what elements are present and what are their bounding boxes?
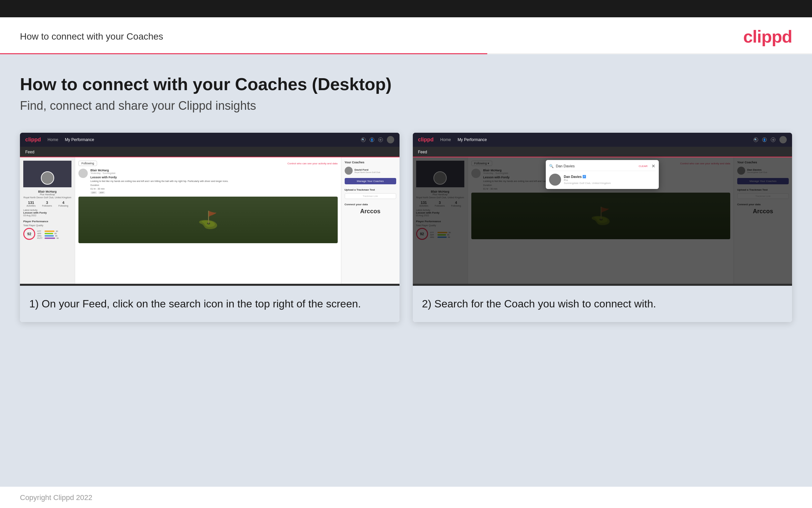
coach-name-1: David Ford [355,168,380,171]
profile-club: Royal North Devon Golf Club, United King… [23,196,71,199]
verified-badge: ✓ [583,175,586,178]
mock-nav-1: clippd Home My Performance 🔍 👤 ⚙ [20,133,399,147]
page-title: How to connect with your Coaches [20,31,163,42]
following-row: Following Control who can see your activ… [79,161,338,166]
search-close-icon[interactable]: ✕ [652,163,656,169]
connect-section: Connect your data Arccos [345,203,396,215]
trackman-section: Upload a Trackman Test Trackman Link [345,188,396,199]
header: How to connect with your Coaches clippd [0,17,812,53]
duration: Duration [90,184,338,186]
footer: Copyright Clippd 2022 [0,487,812,508]
duration-value: 01 hr : 30 min [90,187,338,190]
trackman-title: Upload a Trackman Test [345,188,396,191]
mock-coaches-panel-1: Your Coaches David Ford Royal North Devo… [341,157,399,284]
stat-bars: OTT 90 APP 85 [37,230,59,240]
result-name-row: Dan Davies ✓ [564,175,611,179]
step-2-text: 2) Search for the Coach you wish to conn… [422,296,783,311]
result-club: Sunningdale Golf Club, United Kingdom [564,182,611,185]
tag-app: APP [98,191,105,194]
mock-nav-logo-1: clippd [25,137,41,143]
mock-nav-icons-2: 🔍 👤 ⚙ [754,136,787,143]
result-badge: Pro [564,179,611,182]
mock-nav-icons: 🔍 👤 ⚙ [361,136,394,143]
mock-app-2: clippd Home My Performance 🔍 👤 ⚙ [413,133,793,286]
top-bar [0,0,812,17]
page-heading: How to connect with your Coaches (Deskto… [20,74,792,94]
post-content: Blair McHarg Yesterday · Sunningdale Les… [90,169,338,194]
arccos-logo: Arccos [345,208,396,215]
total-quality-label: Total Player Quality [23,224,71,226]
screenshots-row: clippd Home My Performance 🔍 👤 ⚙ [20,133,792,322]
post-text: Looking to feel like my hands are exitin… [90,180,338,183]
mock-app-1: clippd Home My Performance 🔍 👤 ⚙ [20,133,399,286]
followers-label: Followers [42,205,52,207]
search-icon: 🔍 [549,164,554,168]
mock-app-body-1: Blair McHarg Plus Handicap Royal North D… [20,157,399,284]
following-label: Following [58,205,68,207]
profile-stats: 131 Activities 3 Followers 4 Following [23,201,71,207]
mock-app-body-2-wrapper: Blair McHarg Plus Handicap Royal North D… [413,157,793,284]
search-input-row: 🔍 Dan Davies CLEAR ✕ [549,163,656,171]
mock-feed-panel-1: Following Control who can see your activ… [75,157,341,284]
stat-followers: 3 Followers [42,201,52,207]
tag-off: OFF [90,191,97,194]
post-sub: Yesterday · Sunningdale [90,172,338,174]
player-perf: Player Performance Total Player Quality … [23,220,71,242]
search-query: Dan Davies [556,164,636,168]
manage-coaches-btn-1[interactable]: Manage Your Coaches [345,178,396,184]
mock-nav-logo-2: clippd [418,137,434,143]
coach-avatar-1 [345,167,353,175]
post-image: ⛳ [79,197,338,243]
coach-club-1: Royal North Devon Golf Club [355,171,380,173]
post-avatar [79,169,88,178]
stat-following: 4 Following [58,201,68,207]
lesson-title: Lesson with Fordy [90,176,338,179]
search-box: 🔍 Dan Davies CLEAR ✕ Dan Davies ✓ [546,160,659,189]
connect-title: Connect your data [345,203,396,206]
coach-item-1: David Ford Royal North Devon Golf Club [345,167,396,175]
coaches-title-1: Your Coaches [345,161,396,164]
stat-activities: 131 Activities [27,201,36,207]
mock-nav-home: Home [48,137,58,142]
following-button[interactable]: Following [79,161,97,166]
screenshot-1-desc: 1) On your Feed, click on the search ico… [20,286,399,322]
post-tags: OFF APP [90,191,338,194]
mock-profile-panel: Blair McHarg Plus Handicap Royal North D… [20,157,75,284]
footer-text: Copyright Clippd 2022 [20,493,92,502]
mock-feed-tab: Feed [20,147,399,157]
mock-post: Blair McHarg Yesterday · Sunningdale Les… [79,169,338,194]
step-1-text: 1) On your Feed, click on the search ico… [29,296,390,311]
result-name: Dan Davies [564,175,582,179]
quality-row: 92 OTT 90 APP [23,228,71,242]
profile-avatar [41,171,54,185]
mock-nav-performance-2: My Performance [458,137,487,142]
quality-circle: 92 [23,228,35,240]
result-avatar [549,174,561,186]
profile-name: Blair McHarg [23,190,71,193]
screenshot-2-desc: 2) Search for the Coach you wish to conn… [413,286,793,322]
search-clear-btn[interactable]: CLEAR [639,165,648,168]
screenshot-1-container: clippd Home My Performance 🔍 👤 ⚙ [20,133,399,322]
mock-nav-home-2: Home [440,137,451,142]
mock-nav-performance: My Performance [65,137,94,142]
control-link[interactable]: Control who can see your activity and da… [288,162,338,165]
search-result-item[interactable]: Dan Davies ✓ Pro Sunningdale Golf Club, … [549,174,656,186]
activities-label: Activities [27,205,36,207]
mock-avatar-area [23,161,71,187]
profile-handicap: Plus Handicap [23,193,71,196]
post-name: Blair McHarg [90,169,338,172]
clippd-logo: clippd [743,27,792,47]
mock-feed-tab-2: Feed [413,147,793,157]
page-subheading: Find, connect and share your Clippd insi… [20,99,792,113]
main-content: How to connect with your Coaches (Deskto… [0,54,812,487]
screenshot-2-container: clippd Home My Performance 🔍 👤 ⚙ [413,133,793,322]
latest-activity: Latest Activity Lesson with Fordy 03 Aug… [23,209,71,217]
mock-nav-2: clippd Home My Performance 🔍 👤 ⚙ [413,133,793,147]
trackman-input[interactable]: Trackman Link [345,193,396,199]
